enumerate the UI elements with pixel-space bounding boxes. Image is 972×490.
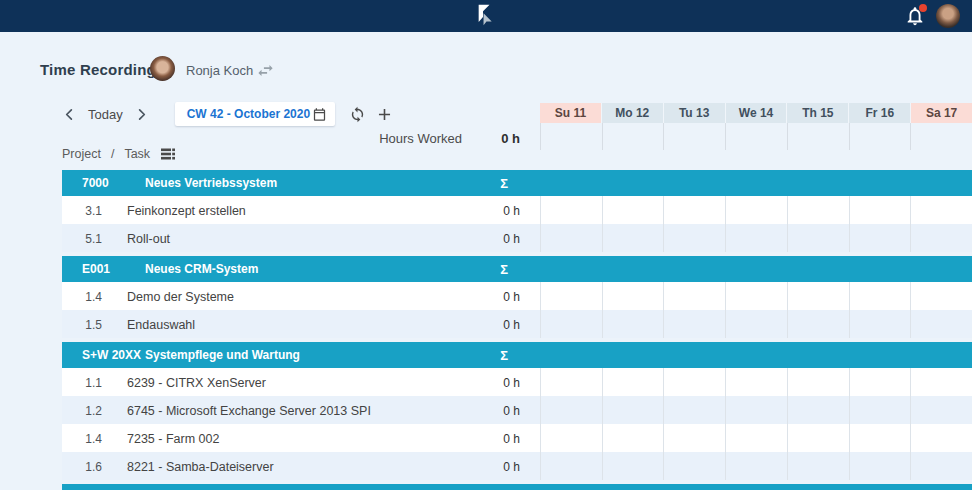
day-cell[interactable] <box>540 396 602 424</box>
day-cell[interactable] <box>910 452 972 480</box>
add-entry-button[interactable] <box>374 103 396 125</box>
day-cell[interactable] <box>849 310 911 338</box>
day-cell[interactable] <box>849 224 911 252</box>
day-cell[interactable] <box>725 424 787 452</box>
day-cell[interactable] <box>849 368 911 396</box>
task-name: 7235 - Farm 002 <box>127 432 219 446</box>
day-cell[interactable] <box>663 282 725 310</box>
day-cell[interactable] <box>663 424 725 452</box>
day-cell[interactable] <box>540 310 602 338</box>
user-avatar <box>150 56 175 81</box>
day-cell[interactable] <box>787 424 849 452</box>
day-cell[interactable] <box>725 368 787 396</box>
day-cell[interactable] <box>910 396 972 424</box>
hours-worked-label: Hours Worked <box>330 131 462 146</box>
day-header-tu[interactable]: Tu 13 <box>663 103 725 123</box>
hours-worked-value: 0 h <box>468 131 520 146</box>
task-row[interactable]: 1.5 Endauswahl 0 h <box>62 310 972 338</box>
day-cell[interactable] <box>725 310 787 338</box>
project-header-row[interactable]: E001 Neues CRM-System Σ <box>62 256 972 282</box>
task-row[interactable]: 5.1 Roll-out 0 h <box>62 224 972 252</box>
day-cell[interactable] <box>602 310 664 338</box>
day-cell[interactable] <box>849 424 911 452</box>
day-cell[interactable] <box>540 282 602 310</box>
day-header-th[interactable]: Th 15 <box>786 103 848 123</box>
task-row[interactable]: 3.1 Feinkonzept erstellen 0 h <box>62 196 972 224</box>
day-cell[interactable] <box>663 310 725 338</box>
account-avatar[interactable] <box>936 4 960 28</box>
task-code: 1.4 <box>62 290 102 304</box>
task-row[interactable]: 1.2 6745 - Microsoft Exchange Server 201… <box>62 396 972 424</box>
day-cell[interactable] <box>540 224 602 252</box>
day-header-mo[interactable]: Mo 12 <box>601 103 663 123</box>
day-cell[interactable] <box>725 282 787 310</box>
day-cell[interactable] <box>725 452 787 480</box>
sum-symbol: Σ <box>472 348 508 363</box>
list-view-icon[interactable] <box>160 147 176 161</box>
day-cell[interactable] <box>787 396 849 424</box>
day-cell[interactable] <box>910 224 972 252</box>
day-cell[interactable] <box>787 196 849 224</box>
day-total-cell <box>602 123 664 150</box>
switch-user-icon[interactable] <box>256 61 275 84</box>
project-header-row[interactable]: 7000 Neues Vertriebssystem Σ <box>62 170 972 196</box>
task-row[interactable]: 1.6 8221 - Samba-Dateiserver 0 h <box>62 452 972 480</box>
day-cell[interactable] <box>787 452 849 480</box>
day-cell[interactable] <box>725 224 787 252</box>
day-cell[interactable] <box>663 396 725 424</box>
project-group: 7000 Neues Vertriebssystem Σ 3.1 Feinkon… <box>62 170 972 252</box>
day-cell[interactable] <box>725 196 787 224</box>
task-code: 1.5 <box>62 318 102 332</box>
day-cell[interactable] <box>602 224 664 252</box>
calendar-icon[interactable] <box>312 107 327 122</box>
day-cell[interactable] <box>602 452 664 480</box>
day-cell[interactable] <box>602 368 664 396</box>
day-cell[interactable] <box>910 368 972 396</box>
day-cell[interactable] <box>910 196 972 224</box>
day-cell[interactable] <box>602 196 664 224</box>
day-cell[interactable] <box>849 282 911 310</box>
day-cell[interactable] <box>725 396 787 424</box>
day-cell[interactable] <box>663 452 725 480</box>
task-row[interactable]: 1.4 7235 - Farm 002 0 h <box>62 424 972 452</box>
day-cell[interactable] <box>540 424 602 452</box>
notifications-bell-icon[interactable] <box>904 5 926 27</box>
day-cell[interactable] <box>787 282 849 310</box>
task-row[interactable]: 1.1 6239 - CITRX XenServer 0 h <box>62 368 972 396</box>
day-total-cell <box>663 123 725 150</box>
next-week-button[interactable] <box>131 103 153 125</box>
day-cell[interactable] <box>787 224 849 252</box>
day-cell[interactable] <box>910 310 972 338</box>
day-cell[interactable] <box>602 424 664 452</box>
project-header-row[interactable]: S+W 20XX Systempflege und Wartung Σ <box>62 342 972 368</box>
day-header-sa[interactable]: Sa 17 <box>910 103 972 123</box>
task-hours-total: 0 h <box>462 232 520 246</box>
day-cell[interactable] <box>663 368 725 396</box>
day-cell[interactable] <box>787 310 849 338</box>
day-cell[interactable] <box>849 452 911 480</box>
day-header-we[interactable]: We 14 <box>725 103 787 123</box>
day-cell[interactable] <box>540 452 602 480</box>
day-cell[interactable] <box>540 196 602 224</box>
day-cell[interactable] <box>910 282 972 310</box>
refresh-icon[interactable] <box>349 106 366 123</box>
project-task-filter: Project / Task <box>62 147 186 161</box>
day-cell[interactable] <box>663 196 725 224</box>
day-header-su[interactable]: Su 11 <box>540 103 601 123</box>
day-cell[interactable] <box>849 396 911 424</box>
day-cell[interactable] <box>602 282 664 310</box>
day-cell[interactable] <box>602 396 664 424</box>
day-header-fr[interactable]: Fr 16 <box>848 103 910 123</box>
week-picker-field[interactable]: CW 42 - October 2020 <box>175 102 335 126</box>
task-code: 1.4 <box>62 432 102 446</box>
day-cell[interactable] <box>787 368 849 396</box>
day-cell[interactable] <box>910 424 972 452</box>
app-logo-icon[interactable] <box>470 3 496 29</box>
day-cell[interactable] <box>849 196 911 224</box>
task-row[interactable]: 1.4 Demo der Systeme 0 h <box>62 282 972 310</box>
day-cell[interactable] <box>663 224 725 252</box>
today-button[interactable]: Today <box>88 107 123 122</box>
day-cell[interactable] <box>540 368 602 396</box>
previous-week-button[interactable] <box>58 103 80 125</box>
project-name: Systempflege und Wartung <box>145 348 300 362</box>
